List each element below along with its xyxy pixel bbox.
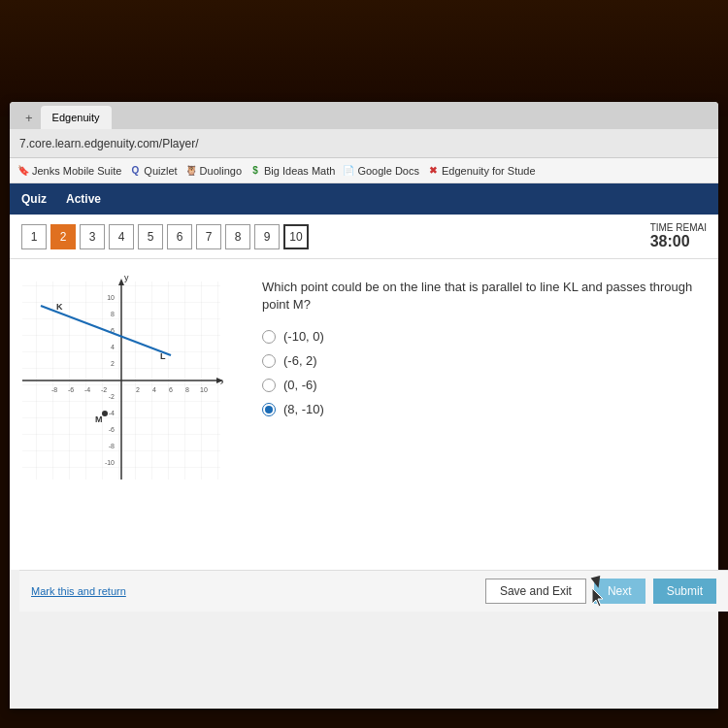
svg-text:2: 2 [136, 386, 140, 393]
bookmark-duolingo[interactable]: 🦉 Duolingo [185, 165, 242, 177]
svg-text:x: x [220, 377, 223, 386]
svg-text:8: 8 [185, 386, 189, 393]
edgenuity-icon: ✖ [427, 165, 439, 177]
question-navigation: 1 2 3 4 5 6 7 8 9 10 TIME REMAI 38:00 [10, 215, 718, 259]
time-remaining-area: TIME REMAI 38:00 [650, 222, 707, 250]
answer-option-2[interactable]: (-6, 2) [262, 353, 699, 368]
svg-text:K: K [56, 302, 63, 312]
bookmark-edgenuity[interactable]: ✖ Edgenuity for Stude [427, 165, 536, 177]
q-btn-3[interactable]: 3 [80, 224, 105, 249]
q-btn-1[interactable]: 1 [21, 224, 47, 249]
svg-text:L: L [160, 351, 166, 361]
q-btn-6[interactable]: 6 [167, 224, 192, 249]
address-bar[interactable]: 7.core.learn.edgenuity.com/Player/ [10, 129, 718, 158]
radio-2[interactable] [262, 354, 276, 368]
option-1-label: (-10, 0) [283, 329, 324, 344]
bigideas-icon: $ [249, 165, 261, 177]
bookmark-googledocs-label: Google Docs [357, 165, 419, 177]
svg-text:8: 8 [111, 311, 115, 317]
q-btn-4[interactable]: 4 [109, 224, 134, 249]
page-footer: Mark this and return Save and Exit Next … [19, 570, 728, 612]
svg-text:-8: -8 [51, 386, 57, 393]
active-tab[interactable]: Edgenuity [41, 106, 112, 129]
mark-return-link[interactable]: Mark this and return [31, 585, 126, 597]
svg-text:10: 10 [107, 294, 115, 301]
edgenuity-header: Quiz Active [10, 183, 718, 215]
answer-option-4[interactable]: (8, -10) [262, 402, 699, 416]
active-label: Active [66, 192, 101, 206]
option-4-label: (8, -10) [283, 402, 324, 416]
main-content: y x -8 -6 -4 -2 2 4 6 8 10 10 8 6 4 2 -2… [10, 259, 718, 570]
quizlet-icon: Q [129, 165, 141, 177]
q-btn-9[interactable]: 9 [254, 224, 280, 249]
option-3-label: (0, -6) [283, 378, 317, 392]
svg-text:-2: -2 [109, 393, 115, 400]
time-value: 38:00 [650, 233, 707, 250]
answer-option-3[interactable]: (0, -6) [262, 378, 699, 392]
svg-text:y: y [124, 273, 129, 282]
tab-bar: + Edgenuity [10, 102, 718, 129]
radio-4[interactable] [262, 403, 276, 416]
svg-text:10: 10 [200, 386, 208, 393]
svg-text:4: 4 [152, 386, 156, 393]
next-button[interactable]: Next [594, 579, 645, 604]
coordinate-graph: y x -8 -6 -4 -2 2 4 6 8 10 10 8 6 4 2 -2… [19, 269, 223, 492]
submit-button[interactable]: Submit [653, 579, 716, 604]
svg-text:4: 4 [111, 344, 115, 350]
q-btn-2[interactable]: 2 [50, 224, 76, 249]
q-btn-10[interactable]: 10 [283, 224, 309, 249]
bookmark-edgenuity-label: Edgenuity for Stude [442, 165, 536, 177]
bookmarks-bar: 🔖 Jenks Mobile Suite Q Quizlet 🦉 Duoling… [10, 158, 718, 183]
svg-text:6: 6 [169, 386, 173, 393]
option-2-label: (-6, 2) [283, 353, 317, 368]
svg-text:-4: -4 [109, 410, 115, 416]
bookmark-jenks-label: Jenks Mobile Suite [32, 165, 121, 177]
radio-3[interactable] [262, 379, 276, 392]
bookmark-bigideas[interactable]: $ Big Ideas Math [249, 165, 335, 177]
graph-area: y x -8 -6 -4 -2 2 4 6 8 10 10 8 6 4 2 -2… [19, 269, 233, 560]
duolingo-icon: 🦉 [185, 165, 197, 177]
svg-point-30 [102, 411, 108, 416]
bookmark-quizlet[interactable]: Q Quizlet [129, 165, 177, 177]
svg-text:-4: -4 [84, 386, 90, 393]
save-exit-button[interactable]: Save and Exit [485, 579, 586, 604]
new-tab-button[interactable]: + [17, 106, 41, 129]
q-btn-5[interactable]: 5 [138, 224, 163, 249]
svg-text:2: 2 [111, 360, 115, 367]
svg-text:M: M [95, 414, 103, 424]
bookmark-duolingo-label: Duolingo [200, 165, 242, 177]
svg-text:-6: -6 [68, 386, 74, 393]
q-btn-7[interactable]: 7 [196, 224, 221, 249]
answer-option-1[interactable]: (-10, 0) [262, 329, 699, 344]
googledocs-icon: 📄 [343, 165, 354, 177]
svg-text:-8: -8 [109, 443, 115, 449]
radio-1[interactable] [262, 330, 276, 344]
jenks-icon: 🔖 [17, 165, 29, 177]
q-btn-8[interactable]: 8 [225, 224, 250, 249]
question-text: Which point could be on the line that is… [262, 279, 699, 314]
bookmark-bigideas-label: Big Ideas Math [264, 165, 335, 177]
url-display: 7.core.learn.edgenuity.com/Player/ [19, 137, 199, 150]
question-area: Which point could be on the line that is… [252, 269, 709, 560]
time-remaining-label: TIME REMAI [650, 222, 707, 233]
bookmark-googledocs[interactable]: 📄 Google Docs [343, 165, 419, 177]
svg-text:-2: -2 [101, 386, 107, 393]
bookmark-quizlet-label: Quizlet [144, 165, 177, 177]
svg-text:-6: -6 [109, 426, 115, 433]
footer-buttons: Save and Exit Next Submit [485, 579, 716, 604]
tab-label: Edgenuity [52, 112, 100, 123]
quiz-label: Quiz [21, 192, 47, 206]
bookmark-jenks[interactable]: 🔖 Jenks Mobile Suite [17, 165, 121, 177]
svg-text:-10: -10 [105, 459, 115, 466]
